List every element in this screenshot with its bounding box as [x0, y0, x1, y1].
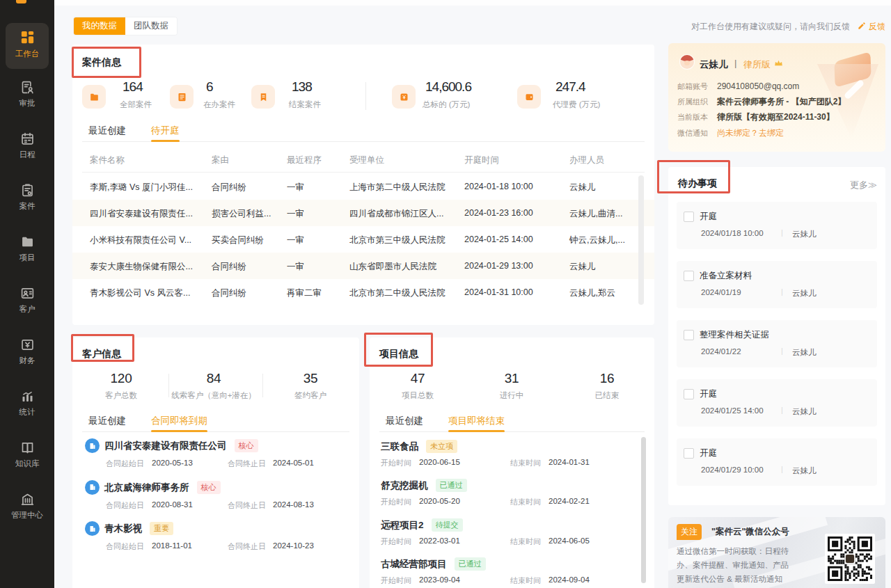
stat-value: 47	[369, 371, 466, 386]
project-tab-2[interactable]: 项目即将结束	[448, 415, 505, 431]
todo-item-title: 开庭	[700, 211, 717, 223]
profile-row-value: 案件云律师事务所 - 【知产团队2】	[717, 97, 846, 107]
project-tab-1[interactable]: 最近创建	[386, 415, 423, 431]
start-date-value: 2018-11-01	[152, 541, 192, 550]
sidebar-item-9[interactable]: 知识库	[0, 440, 54, 469]
table-cell: 一审	[287, 182, 304, 193]
profile-row-value[interactable]: 尚未绑定？去绑定	[717, 128, 784, 138]
divider: |	[734, 58, 736, 68]
sidebar-item-label: 工作台	[6, 49, 49, 59]
stat-value: 164	[123, 79, 143, 95]
company-icon	[85, 521, 100, 536]
stat-value: 6	[206, 79, 213, 95]
stat-value: 16	[558, 371, 656, 386]
table-row[interactable]: 李斯,李璐 Vs 厦门小羽佳...合同纠纷一审上海市第二中级人民法院2024-0…	[72, 173, 654, 200]
table-cell: 合同纠纷	[212, 182, 246, 193]
column-header: 开庭时间	[464, 154, 499, 166]
sidebar-item-4[interactable]: 案件	[0, 183, 54, 212]
todo-checkbox[interactable]	[684, 212, 694, 222]
stat-label: 代理费 (万元)	[553, 100, 600, 110]
end-date-label: 结束时间	[510, 497, 541, 507]
table-row[interactable]: 青木影视公司 Vs 风云客...合同纠纷再审二审北京市第二中级人民法院2024-…	[72, 279, 654, 305]
table-row[interactable]: 四川省安泰建设有限责任...损害公司利益...一审四川省成都市锦江区人...20…	[72, 200, 654, 226]
table-cell: 合同纠纷	[212, 287, 246, 299]
start-date-value: 2020-05-13	[152, 459, 193, 467]
user-name: 云妹儿	[700, 58, 728, 71]
customer-item[interactable]: 青木影视重要合同起始日2018-11-01合同终止日2024-10-23	[72, 520, 359, 559]
sidebar-item-10[interactable]: 管理中心	[0, 492, 54, 521]
todo-checkbox[interactable]	[684, 271, 694, 281]
sidebar-item-label: 日程	[0, 150, 54, 160]
feedback-link[interactable]: 反馈	[857, 21, 885, 33]
start-date-value: 2022-03-01	[419, 537, 460, 545]
statistics-icon	[20, 389, 35, 404]
start-date-label: 开始时间	[381, 537, 411, 547]
user-profile-card: 云妹儿 | 律所版 邮箱账号2904108050@qq.com所属组织案件云律师…	[668, 43, 885, 152]
avatar	[680, 55, 694, 69]
case-tab-1[interactable]: 最近创建	[88, 125, 126, 141]
end-date-label: 结束时间	[510, 575, 541, 586]
todo-item: 整理案件相关证据2024/01/22|云妹儿	[677, 320, 877, 367]
table-cell: 2024-01-23 16:00	[464, 208, 533, 218]
workbench-icon	[19, 29, 36, 45]
profile-row-label: 当前版本	[677, 112, 708, 122]
todo-checkbox[interactable]	[684, 389, 694, 399]
schedule-icon	[20, 132, 35, 146]
customer-name: 四川省安泰建设有限责任公司核心	[104, 439, 258, 452]
column-header: 案件名称	[90, 154, 125, 166]
table-cell: 云妹儿	[569, 182, 596, 193]
subject-amount-icon	[392, 85, 416, 109]
customer-item[interactable]: 北京威海律师事务所核心合同起始日2020-08-31合同终止日2024-08-1…	[72, 479, 359, 518]
sidebar-item-8[interactable]: 统计	[0, 389, 54, 418]
column-header: 最近程序	[287, 154, 322, 166]
stat-value: 31	[463, 371, 560, 386]
project-item[interactable]: 舒克挖掘机已通过开始时间2020-05-20结束时间2024-02-21	[370, 479, 654, 516]
sidebar-item-7[interactable]: 财务	[0, 337, 54, 366]
table-cell: 上海市第二中级人民法院	[349, 182, 446, 193]
table-cell: 北京市第三中级人民法院	[349, 235, 446, 246]
project-list-scrollbar[interactable]	[641, 437, 646, 583]
table-row[interactable]: 泰安大康生物保健有限公...合同纠纷一审山东省即墨市人民法院2024-01-29…	[72, 253, 654, 279]
table-cell: 云妹儿,曲清...	[569, 208, 622, 220]
customer-tab-1[interactable]: 最近创建	[88, 415, 126, 431]
agency-fee-icon	[517, 85, 541, 109]
case-table-scrollbar[interactable]	[638, 175, 644, 305]
profile-row-label: 所属组织	[677, 97, 708, 107]
table-cell: 钟云,云妹儿,...	[569, 235, 625, 246]
table-row[interactable]: 小米科技有限责任公司 V...买卖合同纠纷一审北京市第三中级人民法院2024-0…	[72, 226, 654, 253]
table-cell: 2024-01-29 13:00	[464, 261, 533, 271]
todo-item: 开庭2024/01/29 10:00|云妹儿	[677, 438, 877, 486]
qr-description: 通过微信第一时间获取：日程待办、案件提醒、审批通知、产品更新迭代公告 & 最新活…	[677, 544, 794, 586]
end-date-label: 合同终止日	[228, 541, 266, 552]
table-cell: 山东省即墨市人民法院	[349, 261, 436, 273]
sidebar-item-5[interactable]: 项目	[0, 235, 54, 263]
todo-item-owner: 云妹儿	[792, 347, 817, 358]
project-item[interactable]: 三联食品未立项开始时间2020-06-15结束时间2024-01-31	[370, 440, 654, 477]
start-date-label: 开始时间	[381, 458, 411, 468]
case-icon	[20, 183, 35, 198]
todo-checkbox[interactable]	[684, 330, 694, 340]
company-icon	[85, 438, 100, 453]
sidebar-item-3[interactable]: 日程	[0, 132, 54, 160]
sidebar-item-2[interactable]: 审批	[0, 80, 54, 109]
customer-item[interactable]: 四川省安泰建设有限责任公司核心合同起始日2020-05-13合同终止日2024-…	[72, 437, 359, 476]
table-cell: 一审	[287, 261, 304, 273]
start-date-label: 开始时间	[381, 497, 411, 507]
table-cell: 2024-01-18 10:00	[464, 182, 533, 191]
end-date-value: 2024-08-13	[273, 500, 314, 509]
project-item[interactable]: 古城经营部项目已通过开始时间2023-09-04结束时间2024-09-04	[370, 557, 654, 588]
qr-title: "案件云"微信公众号	[711, 526, 789, 538]
sidebar-item-1[interactable]: 工作台	[6, 23, 49, 69]
view-tab-2[interactable]: 团队数据	[125, 17, 177, 35]
table-cell: 2024-01-25 14:00	[464, 235, 533, 244]
case-tab-2[interactable]: 待开庭	[151, 125, 180, 141]
todo-checkbox[interactable]	[684, 448, 694, 459]
todo-more-link[interactable]: 更多≫	[850, 179, 877, 191]
todo-item-title: 开庭	[700, 447, 717, 459]
customer-tab-2[interactable]: 合同即将到期	[151, 415, 207, 431]
doc-list-icon	[170, 85, 194, 109]
sidebar-item-6[interactable]: 客户	[0, 286, 54, 315]
view-tab-1[interactable]: 我的数据	[74, 17, 125, 35]
project-item[interactable]: 远程项目2待提交开始时间2022-03-01结束时间2024-06-05	[370, 518, 654, 556]
stat-value: 138	[292, 79, 312, 95]
